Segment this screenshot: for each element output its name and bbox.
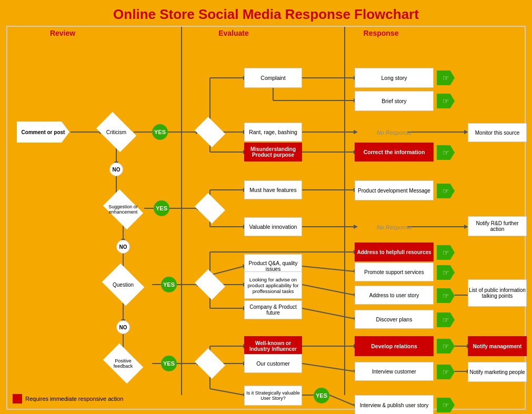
suggestion-label: Suggestion or enhancement	[106, 204, 140, 215]
looking-advise-box: Looking for advise on product applicabil…	[244, 271, 302, 299]
page-title: Online Store Social Media Response Flowc…	[0, 0, 532, 26]
notify-marketing-box: Notify marketing people	[468, 362, 527, 382]
eval-diamond-question	[198, 275, 222, 294]
list-public-box: List of public information talking point…	[468, 279, 527, 307]
brief-story-action[interactable]: ☞	[437, 94, 455, 108]
long-story-box: Long story	[355, 68, 434, 88]
misunderstanding-box: Misunderstanding Product purpose	[244, 143, 302, 161]
notify-management-box: Notify management	[468, 336, 527, 356]
interview-customer-box: Interview customer	[355, 362, 434, 381]
interview-publish-action[interactable]: ☞	[437, 398, 455, 412]
criticism-diamond: Criticism	[99, 120, 133, 144]
long-story-action[interactable]: ☞	[437, 70, 455, 85]
cursor-icon-develop-relations: ☞	[443, 342, 449, 350]
correct-info-box: Correct the information	[355, 143, 434, 161]
must-have-box: Must have features	[244, 180, 302, 199]
eval-diamond-criticism-bg	[195, 117, 225, 147]
product-dev-action[interactable]: ☞	[437, 184, 455, 198]
notify-rd-box: Notify R&D further action	[468, 216, 527, 236]
divider-1	[181, 27, 182, 395]
start-node: Comment or post	[17, 122, 69, 143]
svg-line-70	[302, 285, 355, 295]
cursor-icon-brief-story: ☞	[443, 97, 449, 105]
interview-publish-box: Interview & publish user story	[355, 395, 434, 414]
valuable-innovation-box: Valuable innovation	[244, 217, 302, 236]
eval-diamond-positive-bg	[195, 348, 225, 379]
question-diamond: Question	[106, 271, 140, 298]
eval-diamond-question-bg	[195, 269, 225, 300]
no-label-suggestion: NO	[116, 240, 130, 254]
eval-diamond-criticism	[198, 123, 222, 142]
strategic-box: Is it Strategically valuable User Story?	[244, 386, 302, 406]
positive-label: Positive feedback	[106, 358, 140, 369]
cursor-icon-correct-info: ☞	[443, 148, 449, 157]
eval-diamond-positive	[198, 354, 222, 373]
divider-2	[344, 27, 345, 395]
flowchart-area: Review Evaluate Response	[6, 26, 526, 410]
complaint-box: Complaint	[244, 68, 302, 88]
correct-info-action[interactable]: ☞	[437, 145, 455, 160]
no-response-1-box: No Response	[355, 123, 434, 142]
col-evaluate: Evaluate	[186, 29, 281, 37]
svg-line-61	[210, 266, 244, 275]
no-label-question: NO	[116, 320, 130, 334]
svg-line-68	[302, 266, 355, 271]
question-label: Question	[113, 282, 134, 288]
svg-line-72	[302, 308, 355, 319]
cursor-icon-product-dev: ☞	[443, 187, 449, 195]
address-user-box: Address to user story	[355, 286, 434, 305]
yes-badge-strategic: YES	[314, 388, 329, 403]
positive-diamond: Positive feedback	[106, 352, 140, 375]
cursor-icon-discover-plans: ☞	[443, 316, 449, 324]
our-customer-box: Our customer	[244, 354, 302, 373]
svg-line-82	[210, 389, 244, 395]
address-helpful-box: Address to helpfull resources	[355, 243, 434, 261]
legend: Requires immediate responsive action	[13, 394, 123, 403]
yes-badge-criticism: YES	[152, 124, 168, 140]
cursor-icon-long-story: ☞	[443, 74, 449, 82]
legend-text: Requires immediate responsive action	[25, 396, 123, 402]
svg-line-93	[329, 395, 355, 406]
svg-line-88	[302, 363, 355, 371]
develop-relations-box: Develop relations	[355, 336, 434, 356]
main-container: Online Store Social Media Response Flowc…	[0, 0, 532, 414]
interview-customer-action[interactable]: ☞	[437, 365, 455, 379]
address-helpful-action[interactable]: ☞	[437, 245, 455, 260]
suggestion-diamond: Suggestion or enhancement	[106, 198, 140, 221]
cursor-icon-address-helpful: ☞	[443, 248, 449, 257]
address-user-action[interactable]: ☞	[437, 288, 455, 303]
monitor-source-box: Monitor this source	[468, 123, 527, 142]
legend-icon	[13, 394, 22, 403]
cursor-icon-promote-support: ☞	[443, 268, 449, 277]
discover-plans-action[interactable]: ☞	[437, 312, 455, 327]
promote-support-action[interactable]: ☞	[437, 265, 455, 280]
cursor-icon-address-user: ☞	[443, 291, 449, 300]
col-review: Review	[23, 29, 102, 37]
criticism-label: Criticism	[106, 129, 126, 135]
yes-badge-question: YES	[161, 277, 177, 292]
yes-badge-suggestion: YES	[154, 200, 169, 216]
brief-story-box: Brief story	[355, 91, 434, 111]
eval-diamond-suggestion	[198, 199, 222, 218]
cursor-icon-interview-customer: ☞	[443, 368, 449, 376]
promote-support-box: Promote support services	[355, 262, 434, 281]
rant-box: Rant, rage, bashing	[244, 123, 302, 142]
no-label-criticism: NO	[109, 163, 123, 176]
develop-relations-action[interactable]: ☞	[437, 339, 455, 354]
no-response-2-box: No Response	[355, 218, 434, 237]
product-dev-box: Product development Message	[355, 180, 434, 200]
well-known-box: Well-known or Industry Influencer	[244, 336, 302, 356]
yes-badge-positive: YES	[161, 356, 177, 371]
discover-plans-box: Discover plans	[355, 310, 434, 329]
cursor-icon-interview-publish: ☞	[443, 401, 449, 409]
eval-diamond-suggestion-bg	[195, 193, 225, 224]
company-future-box: Company & Product future	[244, 300, 302, 319]
